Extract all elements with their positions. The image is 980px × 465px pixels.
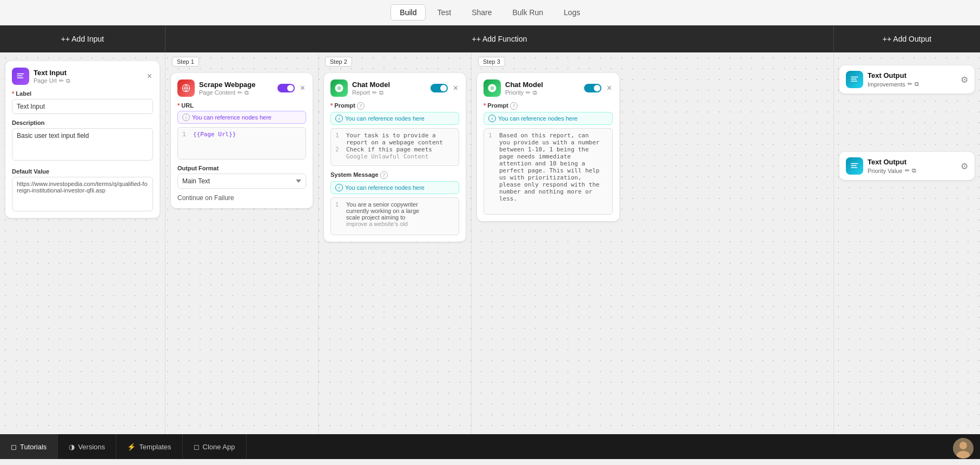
user-avatar[interactable] xyxy=(953,438,974,459)
close-button[interactable]: × xyxy=(146,71,153,82)
add-input-button[interactable]: + + Add Input xyxy=(0,25,165,52)
card-title-group: Text Input Page Url ✏ ⧉ xyxy=(34,69,70,84)
prompt2-code-area[interactable]: 1 Based on this report, can you provide … xyxy=(484,128,613,215)
prompt1-code-area[interactable]: 1 Your task is to provide a report on a … xyxy=(330,128,459,166)
tab-test[interactable]: Test xyxy=(428,4,460,21)
output-1-copy-icon[interactable]: ⧉ xyxy=(915,81,919,88)
p2-content-7: us with prioritization, xyxy=(499,174,581,181)
p2-line-7: us with prioritization, xyxy=(488,174,608,181)
p2-line-3: between 1-10, 1 being the xyxy=(488,146,608,153)
svg-rect-9 xyxy=(851,165,857,167)
text-input-icon xyxy=(12,68,29,85)
chat2-close-btn[interactable]: × xyxy=(606,83,613,94)
prompt1-line-1: 1 Your task is to provide a xyxy=(335,132,454,139)
tab-build[interactable]: Build xyxy=(390,4,426,21)
system-msg-area[interactable]: 1 You are a senior copywriter currently … xyxy=(330,197,459,235)
required-star: * xyxy=(12,90,14,97)
description-input[interactable]: Basic user text input field xyxy=(12,128,153,161)
scrape-toggle[interactable] xyxy=(277,84,295,92)
chat2-copy-icon[interactable]: ⧉ xyxy=(533,89,537,96)
output-1-gear-btn[interactable]: ⚙ xyxy=(961,75,968,85)
prompt1-ref-box[interactable]: i You can reference nodes here xyxy=(330,112,459,125)
add-function-button[interactable]: + + Add Function xyxy=(165,25,834,52)
chat1-card-actions: × xyxy=(431,83,459,94)
tab-bulk-run[interactable]: Bulk Run xyxy=(504,4,553,21)
chat1-subtitle-text: Report xyxy=(352,89,370,96)
scrape-title: Scrape Webpage xyxy=(199,81,256,89)
chat1-close-btn[interactable]: × xyxy=(452,83,459,94)
prompt2-ref-info: i xyxy=(488,115,496,122)
card-subtitle-text: Page Url xyxy=(34,77,57,84)
label-input[interactable] xyxy=(12,99,153,114)
add-output-button[interactable]: + + Add Output xyxy=(834,25,980,52)
versions-button[interactable]: ◑ Versions xyxy=(58,434,116,459)
main-area: Text Input Page Url ✏ ⧉ × * Label Desc xyxy=(0,52,980,434)
output-format-select[interactable]: Main Text Full HTML Plain Text xyxy=(177,174,306,189)
sys-content-2: currently working on a large xyxy=(346,208,419,214)
templates-button[interactable]: ⚡ Templates xyxy=(116,434,182,459)
tab-share[interactable]: Share xyxy=(462,4,501,21)
p2-content-8: please only respond with the xyxy=(499,181,599,188)
output-card-2-left: Text Output Priority Value ✏ ⧉ xyxy=(846,157,916,175)
svg-rect-8 xyxy=(851,163,858,164)
output-spacer xyxy=(834,52,980,61)
edit-icon[interactable]: ✏ xyxy=(59,77,64,84)
chat1-edit-icon[interactable]: ✏ xyxy=(372,89,377,96)
chat2-card-header: Chat Model Priority ✏ ⧉ × xyxy=(484,79,613,97)
output-2-gear-btn[interactable]: ⚙ xyxy=(961,161,968,171)
copy-icon[interactable]: ⧉ xyxy=(66,77,70,84)
url-line-num: 1 xyxy=(182,131,189,138)
output-icon-1 xyxy=(846,71,863,88)
chat2-subtitle-text: Priority xyxy=(505,89,524,96)
tutorials-button[interactable]: ◻ Tutorials xyxy=(0,434,58,459)
tab-logs[interactable]: Logs xyxy=(554,4,589,21)
prompt1-content-4: Google Unlawful Content xyxy=(346,153,428,160)
prompt1-content-3: Check if this page meets xyxy=(346,146,432,153)
scrape-card-header: Scrape Webpage Page Content ✏ ⧉ × xyxy=(177,79,306,97)
top-nav: Build Test Share Bulk Run Logs xyxy=(0,0,980,25)
p2-num-3 xyxy=(488,146,495,153)
output-2-copy-icon[interactable]: ⧉ xyxy=(912,167,916,174)
p2-content-9: number and nothing more or xyxy=(499,188,592,195)
chat2-toggle[interactable] xyxy=(584,84,601,92)
p2-line-9: number and nothing more or xyxy=(488,188,608,195)
url-ref-box[interactable]: i You can reference nodes here xyxy=(177,111,306,124)
chat1-copy-icon[interactable]: ⧉ xyxy=(379,89,383,96)
sys-content-3: scale project aiming to xyxy=(346,214,405,221)
sys-line-2: currently working on a large xyxy=(335,208,454,214)
url-code-area[interactable]: 1 {{Page Url}} xyxy=(177,127,306,160)
clone-app-button[interactable]: ◻ Clone App xyxy=(183,434,247,459)
p2-content-10: less. xyxy=(499,195,517,202)
p2-line-1: 1 Based on this report, can xyxy=(488,132,608,139)
default-value-label: Default Value xyxy=(12,168,153,175)
scrape-close-btn[interactable]: × xyxy=(299,83,306,94)
chat1-toggle[interactable] xyxy=(431,84,448,92)
prompt1-num-2 xyxy=(335,139,342,146)
scrape-subtitle-text: Page Content xyxy=(199,89,235,96)
output-1-edit-icon[interactable]: ✏ xyxy=(908,81,912,88)
svg-rect-10 xyxy=(851,167,857,168)
step-1-label: Step 1 xyxy=(172,57,199,67)
chat2-card-left: Chat Model Priority ✏ ⧉ xyxy=(484,79,543,97)
scrape-copy-icon[interactable]: ⧉ xyxy=(244,89,249,96)
functions-panel: Step 1 Scrape Webpage xyxy=(165,52,834,434)
chat1-subtitle: Report ✏ ⧉ xyxy=(352,89,390,96)
p2-content-3: between 1-10, 1 being the xyxy=(499,146,589,153)
step-3-col: Step 3 Chat Model Priority xyxy=(472,52,625,434)
svg-rect-6 xyxy=(851,79,857,80)
prompt2-ref-box[interactable]: i You can reference nodes here xyxy=(484,112,613,125)
svg-rect-0 xyxy=(17,74,24,75)
output-2-edit-icon[interactable]: ✏ xyxy=(905,167,910,174)
sys-content-1: You are a senior copywriter xyxy=(346,201,418,208)
scrape-subtitle: Page Content ✏ ⧉ xyxy=(199,89,256,96)
system-ref-box[interactable]: i You can reference nodes here xyxy=(330,181,459,194)
input-panel: Text Input Page Url ✏ ⧉ × * Label Desc xyxy=(0,52,165,434)
chat2-edit-icon[interactable]: ✏ xyxy=(526,89,531,96)
chat1-card-header: Chat Model Report ✏ ⧉ × xyxy=(330,79,459,97)
p2-content-2: you provide us with a number xyxy=(499,139,599,146)
scrape-edit-icon[interactable]: ✏ xyxy=(237,89,242,96)
step-3-label: Step 3 xyxy=(478,57,505,67)
scrape-webpage-card: Scrape Webpage Page Content ✏ ⧉ × xyxy=(171,73,313,208)
versions-icon: ◑ xyxy=(69,443,75,451)
output-card-1-info: Text Output Improvements ✏ ⧉ xyxy=(868,71,919,88)
